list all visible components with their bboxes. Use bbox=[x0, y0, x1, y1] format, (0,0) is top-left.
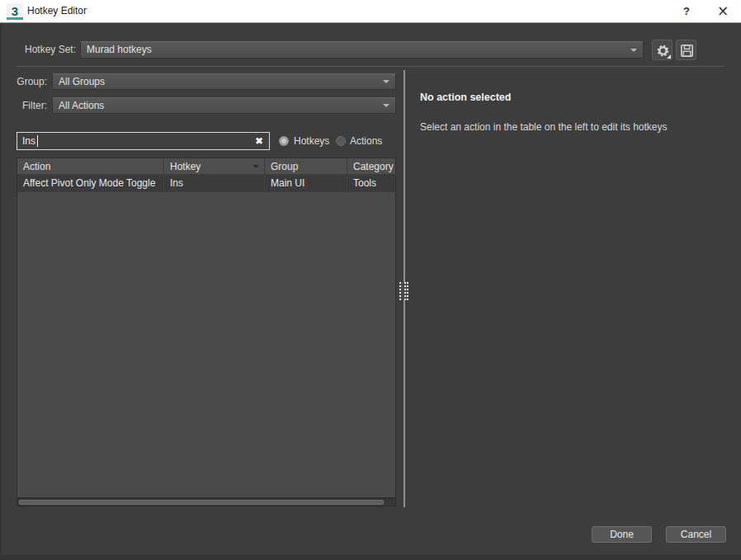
row-category-cell: Tools bbox=[347, 175, 395, 192]
radio-hotkeys[interactable] bbox=[279, 136, 289, 146]
detail-panel-message: Select an action in the table on the lef… bbox=[420, 121, 668, 133]
row-group-cell: Main UI bbox=[265, 175, 347, 192]
scrollbar-thumb[interactable] bbox=[19, 500, 384, 505]
actions-table: Action Hotkey Group Category Affect Pivo… bbox=[17, 158, 396, 498]
close-icon[interactable]: × bbox=[710, 0, 736, 22]
row-action-cell: Affect Pivot Only Mode Toggle bbox=[17, 175, 164, 192]
row-hotkey-cell: Ins bbox=[164, 175, 265, 192]
radio-actions-label[interactable]: Actions bbox=[350, 132, 382, 150]
filter-value: All Actions bbox=[59, 100, 104, 111]
column-header-group[interactable]: Group bbox=[265, 158, 347, 174]
hotkey-set-settings-button[interactable] bbox=[652, 40, 673, 60]
hotkey-set-value: Murad hotkeys bbox=[87, 44, 152, 55]
flyout-indicator-icon bbox=[667, 54, 671, 59]
window-title: Hotkey Editor bbox=[27, 0, 87, 22]
column-header-hotkey[interactable]: Hotkey bbox=[164, 158, 265, 174]
chevron-down-icon bbox=[383, 104, 389, 107]
radio-hotkeys-label[interactable]: Hotkeys bbox=[294, 132, 329, 150]
sort-filter-icon[interactable] bbox=[253, 165, 259, 168]
hotkey-editor-dialog: 3 Hotkey Editor ? × Hotkey Set: Murad ho… bbox=[0, 0, 741, 560]
done-button[interactable]: Done bbox=[592, 526, 652, 543]
dialog-bottom-edge bbox=[0, 555, 741, 560]
app-icon-3dsmax: 3 bbox=[7, 3, 23, 20]
hotkey-set-label: Hotkey Set: bbox=[0, 41, 76, 59]
splitter-grip-handle[interactable] bbox=[399, 282, 408, 300]
help-button[interactable]: ? bbox=[675, 0, 698, 22]
save-hotkey-set-button[interactable] bbox=[676, 40, 696, 60]
search-input[interactable]: Ins ✖ bbox=[17, 132, 270, 150]
filter-dropdown[interactable]: All Actions bbox=[52, 97, 396, 114]
divider bbox=[17, 66, 724, 67]
column-header-action[interactable]: Action bbox=[17, 158, 164, 174]
text-caret bbox=[37, 135, 38, 147]
chevron-down-icon bbox=[630, 49, 637, 52]
search-value: Ins bbox=[22, 133, 35, 149]
detail-panel-title: No action selected bbox=[420, 92, 511, 103]
filter-label: Filter: bbox=[0, 97, 47, 115]
hotkey-set-dropdown[interactable]: Murad hotkeys bbox=[80, 41, 644, 59]
group-value: All Groups bbox=[59, 76, 105, 87]
column-header-category[interactable]: Category bbox=[347, 158, 395, 174]
group-label: Group: bbox=[0, 73, 47, 91]
cancel-button[interactable]: Cancel bbox=[666, 526, 726, 543]
table-header-row: Action Hotkey Group Category bbox=[17, 158, 395, 175]
group-dropdown[interactable]: All Groups bbox=[52, 73, 396, 90]
clear-search-icon[interactable]: ✖ bbox=[252, 134, 267, 148]
table-row[interactable]: Affect Pivot Only Mode Toggle Ins Main U… bbox=[17, 175, 395, 192]
titlebar: 3 Hotkey Editor ? × bbox=[0, 0, 741, 23]
horizontal-scrollbar[interactable] bbox=[17, 498, 396, 506]
radio-actions[interactable] bbox=[336, 136, 346, 146]
chevron-down-icon bbox=[383, 80, 389, 83]
